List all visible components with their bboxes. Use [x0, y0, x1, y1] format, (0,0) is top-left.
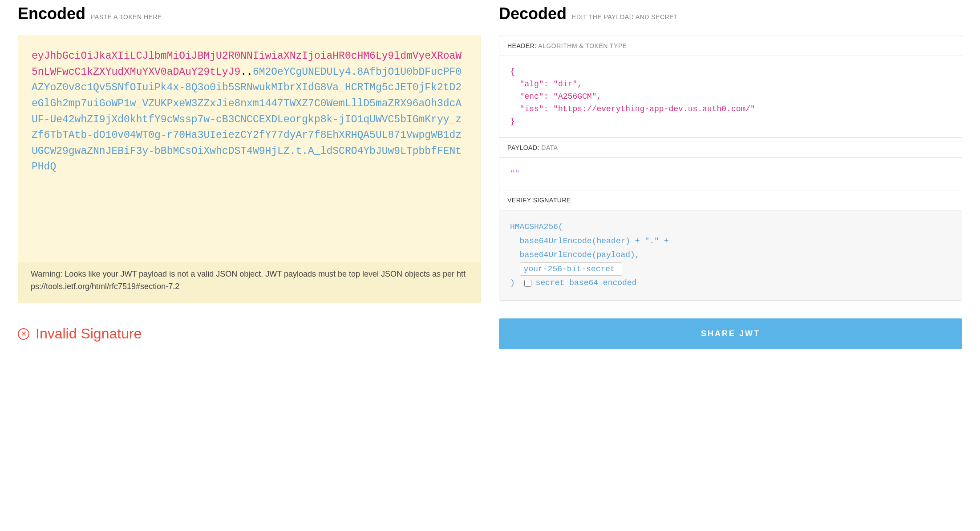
header-section-title: HEADER: ALGORITHM & TOKEN TYPE [499, 36, 962, 56]
header-sublabel: ALGORITHM & TOKEN TYPE [538, 42, 627, 49]
token-payload-segment: 6M2OeYCgUNEDULy4.8AfbjO1U0bDFucPF0AZYoZ0… [32, 66, 462, 173]
encoded-column: Encoded PASTE A TOKEN HERE eyJhbGciOiJka… [18, 4, 481, 303]
header-json-line: "alg": "dir", [510, 78, 951, 91]
decoded-title: Decoded [499, 4, 567, 23]
header-label: HEADER: [507, 42, 537, 49]
payload-value: "" [510, 169, 520, 178]
verify-line-3: base64UrlEncode(payload), [510, 248, 951, 262]
verify-signature-body: HMACSHA256( base64UrlEncode(header) + ".… [499, 210, 962, 300]
decoded-column: Decoded EDIT THE PAYLOAD AND SECRET HEAD… [499, 4, 962, 303]
verify-close-paren: ) [510, 276, 520, 290]
encoded-header: Encoded PASTE A TOKEN HERE [18, 4, 481, 23]
secret-base64-label: secret base64 encoded [536, 276, 637, 290]
header-json-line: "enc": "A256GCM", [510, 91, 951, 103]
secret-input[interactable] [520, 262, 622, 276]
signature-status: ✕ Invalid Signature [18, 326, 481, 342]
decoded-panel: HEADER: ALGORITHM & TOKEN TYPE { "alg": … [499, 36, 962, 301]
decoded-header: Decoded EDIT THE PAYLOAD AND SECRET [499, 4, 962, 23]
payload-sublabel: DATA [541, 144, 558, 151]
share-jwt-button[interactable]: SHARE JWT [499, 318, 962, 349]
verify-line-1: HMACSHA256( [510, 220, 951, 234]
secret-base64-checkbox[interactable] [524, 280, 531, 287]
encoded-title: Encoded [18, 4, 85, 23]
x-icon: ✕ [21, 330, 27, 338]
jwt-warning: Warning: Looks like your JWT payload is … [18, 262, 481, 303]
signature-status-text: Invalid Signature [36, 326, 142, 342]
payload-section-title: PAYLOAD: DATA [499, 138, 962, 158]
verify-line-2: base64UrlEncode(header) + "." + [510, 234, 951, 249]
verify-section-title: VERIFY SIGNATURE [499, 190, 962, 210]
invalid-icon: ✕ [18, 328, 29, 340]
header-json-line: { [510, 66, 951, 78]
header-json-editor[interactable]: { "alg": "dir", "enc": "A256GCM", "iss":… [499, 56, 962, 138]
encoded-token-input[interactable]: eyJhbGciOiJkaXIiLCJlbmMiOiJBMjU2R0NNIiwi… [18, 36, 481, 303]
verify-label: VERIFY SIGNATURE [507, 197, 571, 204]
payload-json-editor[interactable]: "" [499, 158, 962, 190]
token-separator: .. [240, 66, 253, 78]
payload-label: PAYLOAD: [507, 144, 539, 151]
decoded-subtitle: EDIT THE PAYLOAD AND SECRET [572, 13, 678, 20]
encoded-subtitle: PASTE A TOKEN HERE [91, 13, 162, 20]
header-json-line: } [510, 116, 951, 128]
header-json-line: "iss": "https://everything-app-dev.us.au… [510, 103, 951, 116]
